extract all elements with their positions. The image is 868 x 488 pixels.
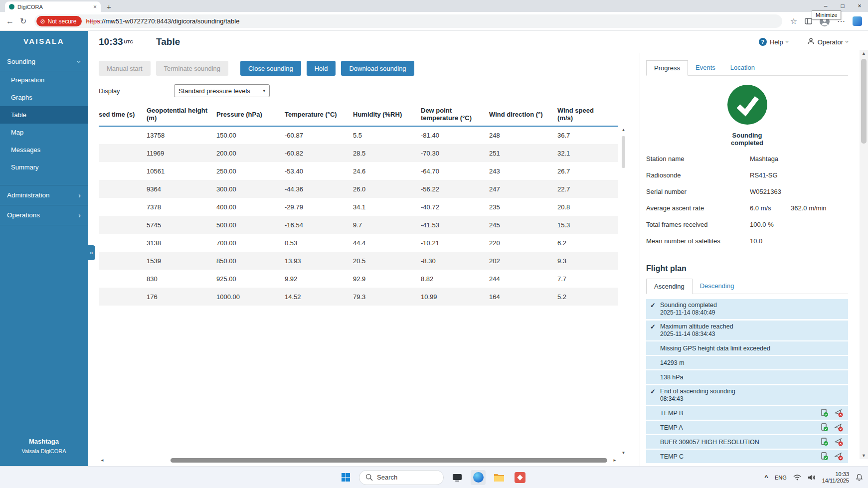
not-secure-badge[interactable]: ⊘ Not secure [36, 16, 81, 26]
message-failed-icon[interactable] [835, 423, 843, 432]
notifications-bell-icon[interactable] [856, 474, 863, 481]
taskbar-clock[interactable]: 10:33 14/11/2025 [822, 471, 849, 484]
col-humidity: Humidity (%RH) [353, 105, 421, 126]
scroll-up-icon[interactable]: ▲ [620, 128, 627, 132]
display-select[interactable]: Standard pressure levels ▾ [174, 84, 270, 97]
new-tab-icon[interactable]: + [107, 2, 111, 11]
bookmark-star-icon[interactable]: ☆ [790, 17, 797, 25]
close-sounding-button[interactable]: Close sounding [240, 61, 301, 76]
cell: 11969 [147, 144, 216, 162]
cell [99, 234, 147, 252]
window-scrollbar[interactable]: ▲ ▼ [860, 50, 868, 459]
table-row: 3138700.000.5344.4-10.212206.2 [99, 234, 618, 252]
table-row: 1761000.0014.5279.310.991645.2 [99, 288, 618, 306]
search-icon [365, 474, 373, 481]
digicora-app-icon[interactable] [513, 470, 527, 485]
station-name: Mashtaga [0, 438, 88, 445]
table-vertical-scrollbar[interactable]: ▲ ▼ [620, 128, 627, 455]
sidebar-collapse-icon[interactable]: « [88, 245, 95, 260]
terminate-sounding-button[interactable]: Terminate sounding [156, 61, 228, 76]
cell: 830 [147, 270, 216, 288]
check-icon: ✓ [650, 302, 656, 316]
taskbar-search[interactable]: Search [359, 470, 444, 485]
detail-label: Station name [646, 155, 750, 163]
table-horizontal-scrollbar[interactable]: ◄ ► [99, 457, 618, 464]
url-bar[interactable]: ⊘ Not secure https://mw51-w0727270:8443/… [34, 14, 782, 28]
message-delivered-icon[interactable] [820, 423, 829, 432]
edge-sidebar-icon[interactable] [853, 16, 862, 26]
table-header-row: sed time (s) Geopotential height (m) Pre… [99, 105, 618, 126]
scrollbar-track[interactable] [106, 458, 611, 463]
detail-row: Average ascent rate6.0 m/s362.0 m/min [646, 200, 848, 216]
tab-ascending[interactable]: Ascending [646, 279, 693, 294]
sidebar-item-table[interactable]: Table [0, 106, 88, 124]
cell [99, 144, 147, 162]
hold-button[interactable]: Hold [307, 61, 336, 76]
clock-time: 10:33 [822, 471, 849, 478]
cell: 1000.00 [216, 288, 285, 306]
message-row: TEMP A [646, 420, 848, 434]
operator-menu[interactable]: Operator › [807, 37, 848, 46]
cell [99, 288, 147, 306]
collections-icon[interactable] [805, 17, 812, 25]
scroll-down-icon[interactable]: ▼ [620, 451, 627, 455]
tab-progress[interactable]: Progress [646, 60, 688, 76]
sidebar-section-sounding[interactable]: Sounding › [0, 52, 88, 71]
refresh-icon[interactable]: ↻ [20, 17, 26, 25]
taskbar-center: Search [338, 467, 527, 488]
cell: -56.22 [421, 180, 489, 198]
manual-start-button[interactable]: Manual start [99, 61, 151, 76]
browser-tab[interactable]: DigiCORA × [5, 1, 101, 12]
tab-close-icon[interactable]: × [93, 3, 97, 10]
scrollbar-thumb[interactable] [171, 458, 607, 463]
event-head: ✓ Sounding completed 2025-11-14 08:40:49 [646, 299, 848, 319]
scrollbar-thumb[interactable] [861, 59, 867, 144]
message-failed-icon[interactable] [835, 409, 843, 417]
cell: 245 [489, 216, 557, 234]
detail-value-2: 362.0 m/min [791, 204, 848, 212]
check-icon: ✓ [650, 388, 656, 402]
sidebar-item-map[interactable]: Map [0, 124, 88, 141]
tab-descending[interactable]: Descending [693, 279, 742, 294]
sidebar-section-administration[interactable]: Administration › [0, 185, 88, 205]
tray-expand-icon[interactable]: ^ [764, 474, 768, 481]
scroll-down-icon[interactable]: ▼ [860, 453, 868, 458]
sidebar-item-graphs[interactable]: Graphs [0, 89, 88, 106]
volume-icon[interactable] [808, 474, 816, 481]
download-sounding-button[interactable]: Download sounding [341, 61, 414, 76]
edge-icon[interactable] [471, 470, 486, 485]
sidebar-item-summary[interactable]: Summary [0, 159, 88, 176]
message-delivered-icon[interactable] [820, 409, 829, 417]
tab-events[interactable]: Events [688, 60, 723, 76]
scrollbar-thumb[interactable] [622, 136, 625, 168]
cell: 44.4 [353, 234, 421, 252]
tab-location[interactable]: Location [723, 60, 762, 76]
cell: 13.93 [285, 252, 353, 270]
detail-value: Mashtaga [750, 155, 791, 163]
scroll-right-icon[interactable]: ► [611, 459, 618, 463]
help-menu[interactable]: ? Help › [759, 38, 788, 46]
table-row: 9364300.00-44.3626.0-56.2224722.7 [99, 180, 618, 198]
message-failed-icon[interactable] [835, 438, 843, 446]
language-indicator[interactable]: ENG [775, 475, 787, 481]
app-window-icon[interactable] [450, 470, 465, 485]
scroll-up-icon[interactable]: ▲ [860, 51, 868, 56]
start-button[interactable] [338, 470, 353, 485]
sidebar-item-messages[interactable]: Messages [0, 141, 88, 159]
message-row: BUFR 309057 HIGH RESOLUTION [646, 434, 848, 449]
event-title: Maximum altitude reached [660, 323, 733, 330]
message-delivered-icon[interactable] [820, 452, 829, 461]
scroll-left-icon[interactable]: ◄ [99, 459, 106, 463]
network-icon[interactable] [793, 475, 801, 481]
message-delivered-icon[interactable] [820, 438, 829, 446]
sidebar: VAISALA Sounding › Preparation Graphs Ta… [0, 31, 88, 466]
sidebar-section-operations[interactable]: Operations › [0, 205, 88, 225]
app-header: 10:33 UTC Table ? Help › Operator › [88, 31, 868, 53]
message-failed-icon[interactable] [835, 452, 843, 461]
sidebar-item-preparation[interactable]: Preparation [0, 71, 88, 89]
back-icon[interactable]: ← [6, 17, 14, 25]
close-icon[interactable]: × [851, 0, 868, 12]
chevron-down-icon: › [76, 60, 83, 63]
cell: 15.3 [557, 216, 618, 234]
file-explorer-icon[interactable] [492, 470, 507, 485]
